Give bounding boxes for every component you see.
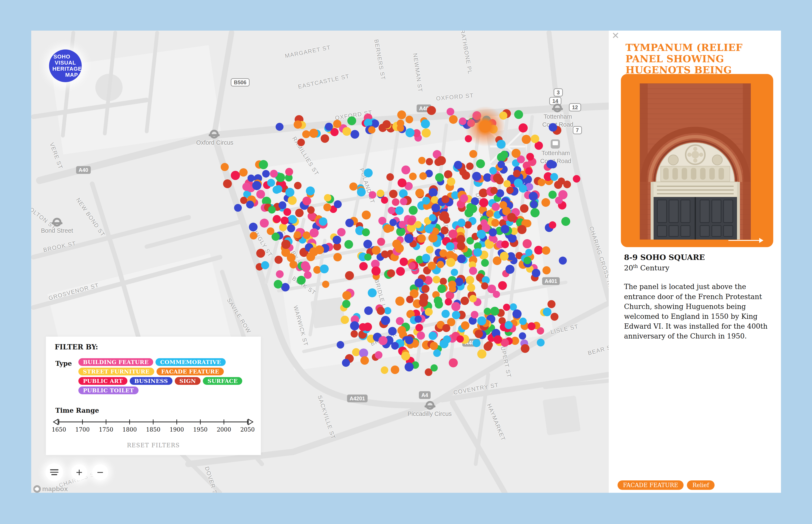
filter-panel-title: FILTER BY: (55, 343, 98, 351)
time-range-slider[interactable] (52, 417, 254, 427)
map-canvas[interactable]: MARGARET STEASTCASTLE STBERNERS STNEWMAN… (31, 31, 609, 493)
logo-line: VISUAL (52, 60, 78, 66)
time-tick-1700: 1700 (75, 426, 90, 433)
map-menu-button[interactable] (46, 463, 63, 481)
detail-text-block: 8-9 SOHO SQUARE 20th Century The panel i… (624, 253, 769, 341)
time-range-label: Time Range (55, 407, 99, 414)
detail-century: 20th Century (624, 264, 769, 272)
close-icon[interactable]: ✕ (612, 31, 619, 40)
minus-icon: − (97, 466, 103, 478)
zoom-in-button[interactable]: + (71, 464, 87, 480)
time-tick-1650: 1650 (52, 426, 66, 433)
zoom-out-button[interactable]: − (92, 464, 108, 480)
tympanum-photo (640, 83, 751, 240)
reset-filters-button[interactable]: RESET FILTERS (46, 442, 261, 448)
filter-chip-commemorative[interactable]: COMMEMORATIVE (155, 358, 226, 366)
filter-panel: FILTER BY: Type BUILDING FEATURECOMMEMOR… (46, 337, 261, 455)
app-logo-text: SOHOVISUALHERITAGEMAP (52, 54, 78, 78)
detail-tags: FACADE FEATURERelief (617, 480, 715, 490)
mapbox-attribution[interactable]: mapbox (33, 485, 68, 493)
detail-description: The panel is located just above the entr… (624, 282, 769, 341)
time-tick-1950: 1950 (193, 426, 208, 433)
selected-marker[interactable] (479, 120, 491, 132)
filter-chip-public-art[interactable]: PUBLIC ART (78, 377, 128, 385)
time-tick-1850: 1850 (146, 426, 161, 433)
detail-address: 8-9 SOHO SQUARE (624, 253, 769, 262)
soho-visual-heritage-map-app: MARGARET STEASTCASTLE STBERNERS STNEWMAN… (0, 0, 812, 524)
tag-relief[interactable]: Relief (687, 480, 715, 490)
app-logo: SOHOVISUALHERITAGEMAP (49, 49, 82, 82)
filter-chip-sign[interactable]: SIGN (175, 377, 201, 385)
mapbox-icon (33, 485, 41, 493)
content-frame: MARGARET STEASTCASTLE STBERNERS STNEWMAN… (31, 31, 781, 493)
time-tick-1750: 1750 (99, 426, 113, 433)
filter-chip-surface[interactable]: SURFACE (203, 377, 242, 385)
next-image-arrow[interactable] (728, 240, 760, 241)
filter-chip-business[interactable]: BUSINESS (130, 377, 172, 385)
logo-line: HERITAGE (52, 66, 78, 72)
time-tick-2000: 2000 (217, 426, 231, 433)
detail-image-card (621, 74, 773, 247)
filter-chip-public-toilet[interactable]: PUBLIC TOILET (78, 387, 138, 394)
detail-panel: ✕ TYMPANUM (RELIEF PANEL SHOWING HUGENOT… (609, 31, 781, 493)
tag-facade-feature[interactable]: FACADE FEATURE (617, 480, 683, 490)
filter-chip-building-feature[interactable]: BUILDING FEATURE (78, 358, 153, 366)
type-filter-label: Type (55, 360, 72, 367)
time-tick-1800: 1800 (122, 426, 137, 433)
logo-line: SOHO (52, 54, 78, 60)
time-tick-2050: 2050 (241, 426, 255, 433)
time-tick-1900: 1900 (169, 426, 184, 433)
filter-chip-street-furniture[interactable]: STREET FURNITURE (78, 367, 154, 375)
logo-line: MAP (52, 72, 78, 78)
menu-icon (50, 469, 59, 470)
plus-icon: + (76, 466, 83, 478)
mapbox-wordmark: mapbox (42, 485, 68, 493)
type-filter-chips: BUILDING FEATURECOMMEMORATIVESTREET FURN… (78, 358, 242, 396)
filter-chip-facade-feature[interactable]: FACADE FEATURE (156, 367, 224, 375)
